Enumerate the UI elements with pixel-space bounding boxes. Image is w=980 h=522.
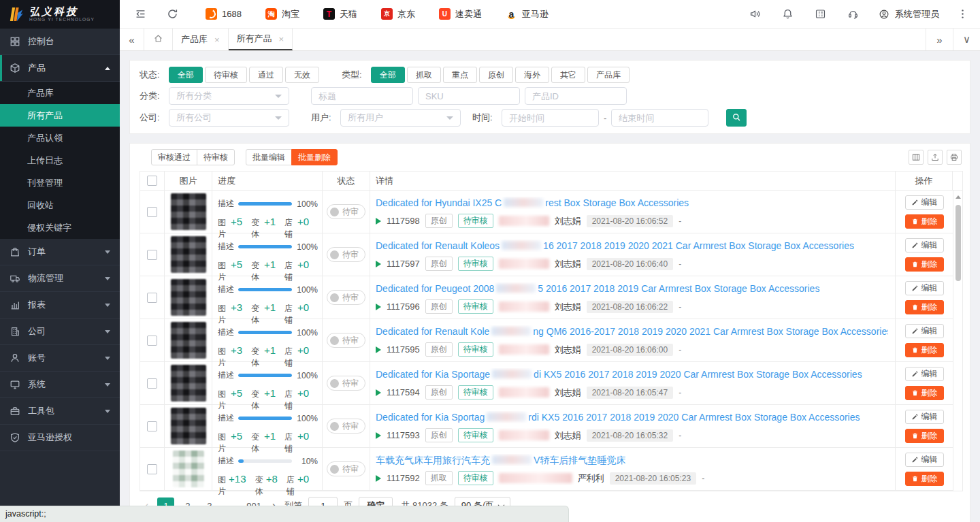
delete-button[interactable]: 删除 [905, 214, 944, 229]
edit-button[interactable]: 编辑 [905, 238, 944, 252]
platform-link[interactable]: 1688 [206, 8, 242, 20]
platform-link[interactable]: 京东 [381, 8, 415, 20]
sidebar-item[interactable]: 产品库 [0, 82, 120, 104]
row-checkbox[interactable] [147, 378, 157, 389]
close-tab-icon[interactable]: × [214, 36, 220, 44]
platform-link[interactable]: 淘宝 [265, 8, 299, 20]
tab[interactable]: 所有产品 × [229, 29, 293, 50]
delete-button[interactable]: 删除 [905, 300, 944, 314]
support-icon[interactable] [846, 7, 860, 21]
play-icon[interactable] [376, 346, 381, 353]
start-time-input[interactable] [502, 109, 599, 127]
set-pending-button[interactable]: 待审核 [197, 149, 235, 165]
search-button[interactable] [726, 109, 747, 127]
row-checkbox[interactable] [147, 207, 157, 217]
user-menu[interactable]: 系统管理员 [877, 7, 939, 21]
tabs-scroll-right-icon[interactable]: » [926, 29, 953, 50]
scrollbar-thumb[interactable] [956, 205, 961, 281]
type-filter-button[interactable]: 抓取 [407, 67, 441, 83]
sidebar-item[interactable]: 产品 [0, 55, 120, 82]
edit-button[interactable]: 编辑 [905, 195, 944, 210]
product-image[interactable] [171, 279, 206, 316]
sidebar-item[interactable]: 控制台 [0, 29, 120, 55]
row-checkbox[interactable] [147, 336, 157, 346]
product-image[interactable] [173, 451, 204, 487]
product-image[interactable] [171, 236, 206, 273]
product-title-link[interactable]: Dedicated for Renault Koleos16 2017 2018… [376, 240, 888, 252]
table-scrollbar[interactable] [953, 191, 962, 491]
product-id-input[interactable] [525, 87, 627, 105]
product-title-link[interactable]: Dedicated for Peugeot 20085 2016 2017 20… [376, 282, 888, 295]
platform-link[interactable]: 速卖通 [439, 8, 482, 20]
row-checkbox[interactable] [147, 464, 157, 474]
product-image[interactable] [171, 322, 206, 359]
delete-button[interactable]: 删除 [905, 343, 944, 357]
play-icon[interactable] [376, 475, 381, 482]
print-icon[interactable] [947, 150, 962, 165]
play-icon[interactable] [376, 261, 381, 267]
row-checkbox[interactable] [147, 250, 157, 260]
play-icon[interactable] [376, 389, 381, 396]
close-tab-icon[interactable]: × [279, 35, 284, 43]
sidebar-item[interactable]: 所有产品 [0, 104, 120, 127]
sidebar-item[interactable]: 侵权关键字 [0, 216, 120, 239]
refresh-icon[interactable] [165, 7, 179, 21]
kebab-menu-icon[interactable] [956, 7, 969, 21]
play-icon[interactable] [376, 304, 381, 310]
sidebar-item[interactable]: 物流管理 [0, 265, 120, 292]
category-select[interactable]: 所有分类 [169, 87, 289, 105]
product-title-link[interactable]: Dedicated for Kia Sportagrdi KX5 2016 20… [376, 411, 888, 423]
product-image[interactable] [171, 408, 206, 444]
edit-button[interactable]: 编辑 [905, 410, 944, 424]
export-icon[interactable] [928, 150, 943, 165]
product-image[interactable] [171, 193, 206, 230]
row-checkbox[interactable] [147, 293, 157, 303]
select-all-checkbox[interactable] [147, 176, 157, 186]
product-title-link[interactable]: Dedicated for Kia Sportagedi KX5 2016 20… [376, 368, 888, 380]
announcement-icon[interactable] [748, 7, 762, 21]
tabs-dropdown-icon[interactable]: ∨ [953, 29, 980, 50]
bulk-delete-button[interactable]: 批量删除 [291, 149, 338, 165]
status-filter-button[interactable]: 待审核 [205, 67, 247, 83]
product-title-link[interactable]: Dedicated for Hyundai IX25 Crest Box Sto… [376, 197, 888, 209]
notifications-icon[interactable] [781, 7, 794, 21]
sidebar-item[interactable]: 账号 [0, 345, 120, 372]
type-filter-button[interactable]: 全部 [371, 67, 405, 83]
status-filter-button[interactable]: 无效 [285, 67, 319, 83]
sidebar-item[interactable]: 订单 [0, 239, 120, 265]
sidebar-item[interactable]: 系统 [0, 372, 120, 398]
type-filter-button[interactable]: 重点 [443, 67, 477, 83]
sidebar-item[interactable]: 上传日志 [0, 149, 120, 172]
user-select[interactable]: 所有用户 [340, 109, 461, 127]
columns-icon[interactable] [909, 150, 924, 165]
tabs-scroll-left-icon[interactable]: « [120, 29, 144, 50]
platform-link[interactable]: 天猫 [323, 8, 357, 20]
sidebar-item[interactable]: 工具包 [0, 398, 120, 425]
delete-button[interactable]: 删除 [905, 386, 944, 400]
row-checkbox[interactable] [147, 421, 157, 431]
company-select[interactable]: 所有公司 [169, 109, 289, 127]
product-image[interactable] [171, 365, 206, 402]
edit-button[interactable]: 编辑 [905, 281, 944, 295]
type-filter-button[interactable]: 其它 [551, 67, 585, 83]
delete-button[interactable]: 删除 [905, 257, 944, 272]
edit-button[interactable]: 编辑 [905, 324, 944, 338]
scroll-up-arrow-icon[interactable] [956, 195, 961, 199]
tab-home[interactable] [144, 29, 173, 50]
edit-button[interactable]: 编辑 [905, 453, 944, 467]
delete-button[interactable]: 删除 [905, 429, 944, 443]
tab[interactable]: 产品库 × [173, 29, 229, 50]
play-icon[interactable] [376, 218, 381, 225]
title-input[interactable] [311, 87, 413, 105]
edit-button[interactable]: 编辑 [905, 367, 944, 381]
platform-link[interactable]: 亚马逊 [506, 8, 549, 20]
type-filter-button[interactable]: 原创 [479, 67, 513, 83]
product-title-link[interactable]: 车载充气床车用旅行汽车充V轿车后排气垫睡觉床 [376, 454, 888, 466]
sidebar-item[interactable]: 亚马逊授权 [0, 425, 120, 451]
sku-input[interactable] [418, 87, 520, 105]
type-filter-button[interactable]: 产品库 [587, 67, 630, 83]
collapse-menu-icon[interactable] [133, 7, 147, 21]
product-title-link[interactable]: Dedicated for Renault Koleng QM6 2016-20… [376, 325, 888, 338]
sidebar-item[interactable]: 公司 [0, 319, 120, 345]
sidebar-item[interactable]: 报表 [0, 292, 120, 319]
